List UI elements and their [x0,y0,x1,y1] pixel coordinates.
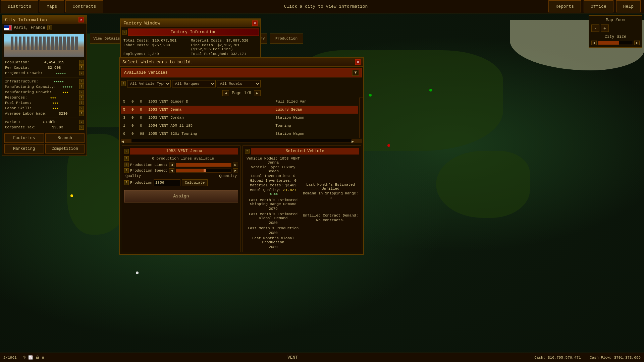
page-prev-btn[interactable]: ◀ [222,90,229,96]
prod-lines-help[interactable]: ? [124,163,129,167]
calculate-button[interactable]: Calculate [182,179,208,186]
sv-vehicle-type-label: Vehicle Type: [251,165,280,169]
marques-filter[interactable]: All Marques [172,80,216,87]
resources-label: Resources: [5,96,27,100]
table-row[interactable]: 1 0 0 1954 VENT ADM 11-185 Touring [121,122,358,130]
view-details-btn[interactable]: View Details [90,34,123,44]
col1: 5 [121,98,129,106]
vehicle-table-scrollbar[interactable] [359,98,363,138]
prod-lines-dec[interactable]: ◀ [169,163,174,167]
factory-info-help[interactable]: ? [122,30,127,35]
infrastructure-help[interactable]: ? [79,79,84,84]
col3: 0 [138,114,146,122]
select-cars-window: Select which cars to build. ✕ Available … [119,57,364,255]
manufacturing-growth-help[interactable]: ? [79,90,84,95]
employees-label: Employees: [123,52,146,56]
sv-global-inv-value: 0 [294,179,297,183]
dollar-icon[interactable]: $ [23,355,26,360]
city-size-slider[interactable] [598,41,633,45]
total-costs-row: Total Costs: $10,077,501 [123,39,190,43]
assign-button[interactable]: Assign [124,190,238,202]
map-city-dot[interactable] [136,272,139,274]
contracts-button[interactable]: Contracts [65,0,103,12]
production-speed-handle[interactable] [204,169,206,172]
labor-skill-help[interactable]: ? [79,106,84,111]
avg-labor-wage-value: $230 [59,112,67,116]
zoom-minus-btn[interactable]: - [591,24,599,32]
stat-market: Market: Stable ? [5,119,84,125]
sv-help[interactable]: ? [245,149,250,154]
chart-icon[interactable]: 📈 [28,355,33,360]
map-zoom-panel: Map Zoom - + City Size ◀ ▶ [589,15,642,48]
page-next-btn[interactable]: ▶ [254,90,261,96]
sv-global-inv-label: Global Inventories: [250,179,292,183]
competition-button[interactable]: Competition [45,144,85,154]
per-capita-help[interactable]: ? [79,65,84,70]
production-input[interactable] [154,179,180,186]
avg-labor-wage-help[interactable]: ? [79,111,84,116]
prod-lines-inc[interactable]: ▶ [233,163,238,167]
fuel-prices-help[interactable]: ? [79,101,84,105]
reports-button[interactable]: Reports [548,0,581,12]
col1: 3 [121,114,129,122]
production-btn[interactable]: Production [270,34,303,44]
maps-button[interactable]: Maps [40,0,64,12]
stat-population: Population: 4,454,315 ? [5,60,84,65]
city-panel-close[interactable]: ✕ [78,17,84,22]
production-speed-row: ? Production Speed: ◀ ▶ [124,168,238,173]
material-costs-row: Material Costs: $7,687,520 [191,39,258,43]
prod-help[interactable]: ? [124,149,129,154]
horizontal-scrollbar[interactable]: ◀ ▶ [121,139,362,143]
marketing-button[interactable]: Marketing [4,144,44,154]
city-name: Paris, France [14,25,45,30]
market-value: Stable [43,120,57,124]
production-speed-track[interactable] [176,169,231,173]
table-row-selected[interactable]: 5 0 0 1953 VENT Jenna Luxury Sedan [121,106,358,114]
filter-help[interactable]: ? [121,81,126,86]
total-furloughed-label: Total Furloughed: [191,52,228,56]
city-help-btn[interactable]: ? [47,25,52,30]
map-city-dot[interactable] [429,89,432,92]
sv-vehicle-model: Vehicle Model: 1953 VENT Jenna [245,157,302,165]
table-row[interactable]: 5 0 0 1953 VENT Ginger D Full Sized Van [121,98,358,106]
building-icon[interactable]: 🏛 [36,355,39,360]
scrollbar-left[interactable]: ◀ [121,139,131,142]
districts-button[interactable]: Districts [1,0,38,12]
factory-window-close[interactable]: ✕ [252,20,258,26]
map-city-dot[interactable] [369,94,372,97]
manufacturing-capacity-help[interactable]: ? [79,84,84,89]
vehicle-name: 1953 VENT Ginger D [146,98,273,106]
prod-input-help[interactable]: ? [124,180,129,185]
office-button[interactable]: Office [584,0,613,12]
projected-growth-help[interactable]: ? [79,71,84,75]
corporate-tax-help[interactable]: ? [79,125,84,130]
map-city-dot[interactable] [387,144,390,147]
zoom-plus-btn[interactable]: + [601,24,609,32]
col1: 0 [121,130,129,138]
city-size-inc[interactable]: ▶ [634,41,640,45]
market-help[interactable]: ? [79,120,84,124]
population-help[interactable]: ? [79,60,84,65]
sv-model-quality: Model Quality: 31.827 +0.00 [245,188,302,196]
map-city-dot[interactable] [70,194,73,197]
vehicle-types-filter[interactable]: All Vehicle Types [127,80,171,87]
resources-help[interactable]: ? [79,95,84,100]
prod-speed-dec[interactable]: ◀ [169,168,174,173]
factories-button[interactable]: Factories [4,133,44,143]
production-lines-track[interactable] [176,163,231,167]
branch-button[interactable]: Branch [45,133,85,143]
selected-vehicle-panel: ? Selected Vehicle Vehicle Model: 1953 V… [243,145,361,252]
models-filter[interactable]: All Models [217,80,261,87]
prod-speed-help[interactable]: ? [124,168,129,173]
prod-speed-inc[interactable]: ▶ [233,168,238,173]
select-cars-close[interactable]: ✕ [355,59,361,65]
table-row[interactable]: 0 0 98 1955 VENT 320i Touring Station Wa… [121,130,358,138]
grid-icon[interactable]: ⊞ [42,355,44,360]
city-size-dec[interactable]: ◀ [591,41,597,45]
scrollbar-right[interactable]: ▶ [352,139,362,142]
help-button[interactable]: Help [616,0,641,12]
table-row[interactable]: 3 0 0 1953 VENT Jordan Station Wagon [121,114,358,122]
prod-avail-help[interactable]: ? [124,156,129,161]
available-vehicles-collapse[interactable]: ▼ [352,70,359,76]
france-flag [4,25,12,31]
